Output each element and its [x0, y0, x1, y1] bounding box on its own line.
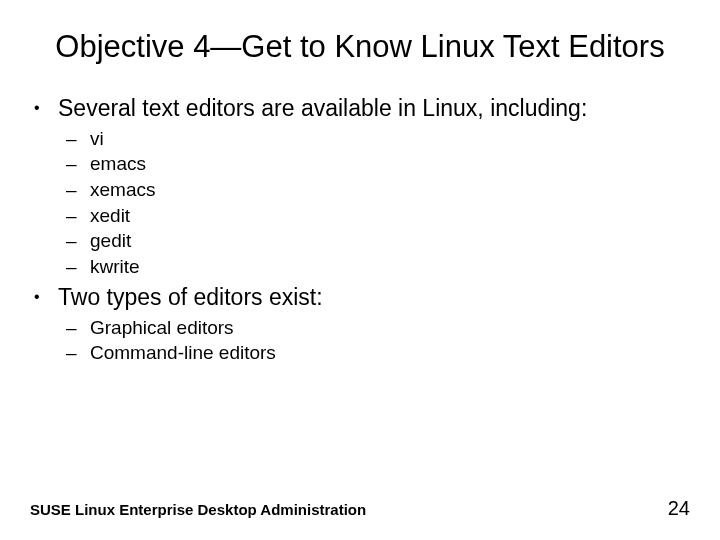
slide-body: Several text editors are available in Li…: [30, 93, 690, 366]
list-item-text: xemacs: [90, 179, 155, 200]
list-item-text: emacs: [90, 153, 146, 174]
list-item: Two types of editors exist: Graphical ed…: [30, 282, 690, 366]
list-item-text: kwrite: [90, 256, 140, 277]
list-item-text: Two types of editors exist:: [58, 284, 323, 310]
list-item-text: Graphical editors: [90, 317, 234, 338]
sub-list: vi emacs xemacs xedit gedit kwrite: [58, 126, 690, 280]
list-item-text: gedit: [90, 230, 131, 251]
footer-text: SUSE Linux Enterprise Desktop Administra…: [30, 501, 366, 518]
footer: SUSE Linux Enterprise Desktop Administra…: [30, 497, 690, 520]
list-item: Graphical editors: [58, 315, 690, 341]
list-item: Several text editors are available in Li…: [30, 93, 690, 280]
list-item-text: Command-line editors: [90, 342, 276, 363]
list-item: xedit: [58, 203, 690, 229]
page-number: 24: [668, 497, 690, 520]
slide: Objective 4—Get to Know Linux Text Edito…: [0, 0, 720, 540]
list-item: gedit: [58, 228, 690, 254]
bullet-list: Several text editors are available in Li…: [30, 93, 690, 366]
list-item: kwrite: [58, 254, 690, 280]
list-item: Command-line editors: [58, 340, 690, 366]
slide-title: Objective 4—Get to Know Linux Text Edito…: [30, 28, 690, 67]
list-item-text: Several text editors are available in Li…: [58, 95, 587, 121]
list-item-text: vi: [90, 128, 104, 149]
list-item-text: xedit: [90, 205, 130, 226]
list-item: emacs: [58, 151, 690, 177]
sub-list: Graphical editors Command-line editors: [58, 315, 690, 366]
list-item: xemacs: [58, 177, 690, 203]
list-item: vi: [58, 126, 690, 152]
